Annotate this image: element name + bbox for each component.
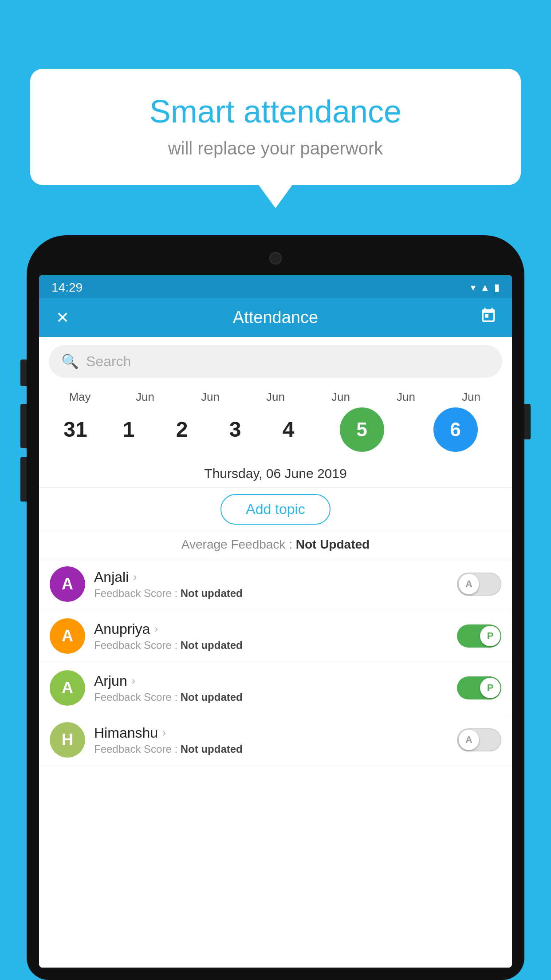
cal-date-31[interactable]: 31 bbox=[49, 417, 102, 443]
attendance-toggle[interactable]: A bbox=[457, 573, 501, 596]
chevron-right-icon: › bbox=[132, 675, 135, 687]
calendar-dates: 31 1 2 3 4 5 6 bbox=[49, 407, 502, 452]
selected-date-text: Thursday, 06 June 2019 bbox=[49, 466, 502, 481]
student-info[interactable]: Anjali › Feedback Score : Not updated bbox=[94, 569, 448, 600]
search-container: 🔍 Search bbox=[39, 337, 512, 386]
toggle-off[interactable]: A bbox=[457, 728, 501, 751]
toggle-off[interactable]: A bbox=[457, 573, 501, 596]
student-feedback: Feedback Score : Not updated bbox=[94, 743, 448, 755]
avatar: H bbox=[50, 722, 85, 758]
student-name: Arjun › bbox=[94, 673, 448, 689]
toggle-circle: P bbox=[480, 678, 500, 698]
phone-inner: 14:29 ▾ ▲ ▮ ✕ Attendance bbox=[31, 240, 520, 976]
student-name: Anjali › bbox=[94, 569, 448, 585]
cal-date-4[interactable]: 4 bbox=[262, 417, 315, 443]
student-item: A Arjun › Feedback Score : Not updated P bbox=[39, 662, 512, 714]
phone-screen: 14:29 ▾ ▲ ▮ ✕ Attendance bbox=[39, 275, 512, 968]
bubble-arrow bbox=[258, 184, 293, 208]
cal-month-0: May bbox=[53, 390, 106, 404]
avatar: A bbox=[50, 566, 85, 602]
toggle-on[interactable]: P bbox=[457, 624, 501, 648]
toggle-circle: A bbox=[459, 574, 479, 594]
attendance-toggle[interactable]: P bbox=[457, 676, 501, 699]
cal-month-4: Jun bbox=[314, 390, 367, 404]
cal-date-5-today[interactable]: 5 bbox=[340, 407, 384, 452]
student-item: A Anjali › Feedback Score : Not updated … bbox=[39, 558, 512, 610]
front-camera bbox=[269, 252, 282, 265]
notch bbox=[240, 240, 311, 270]
attendance-toggle[interactable]: P bbox=[457, 624, 501, 648]
student-feedback: Feedback Score : Not updated bbox=[94, 639, 448, 652]
speech-bubble: Smart attendance will replace your paper… bbox=[30, 69, 521, 185]
bubble-subtitle: will replace your paperwork bbox=[57, 138, 494, 158]
toggle-circle: P bbox=[480, 626, 500, 646]
add-topic-container: Add topic bbox=[39, 488, 512, 531]
search-placeholder: Search bbox=[86, 353, 131, 370]
student-item: A Anupriya › Feedback Score : Not update… bbox=[39, 610, 512, 662]
avatar: A bbox=[50, 618, 85, 654]
student-name: Anupriya › bbox=[94, 621, 448, 637]
status-bar: 14:29 ▾ ▲ ▮ bbox=[39, 275, 512, 298]
student-feedback: Feedback Score : Not updated bbox=[94, 587, 448, 600]
add-topic-button[interactable]: Add topic bbox=[220, 494, 330, 525]
cal-month-3: Jun bbox=[249, 390, 302, 404]
student-info[interactable]: Arjun › Feedback Score : Not updated bbox=[94, 673, 448, 703]
app-bar-title: Attendance bbox=[74, 308, 477, 327]
search-icon: 🔍 bbox=[61, 353, 79, 370]
student-info[interactable]: Anupriya › Feedback Score : Not updated bbox=[94, 621, 448, 652]
cal-date-2[interactable]: 2 bbox=[155, 417, 209, 443]
status-icons: ▾ ▲ ▮ bbox=[471, 282, 500, 293]
avg-feedback-label: Average Feedback : bbox=[181, 537, 296, 551]
chevron-right-icon: › bbox=[133, 571, 137, 583]
chevron-right-icon: › bbox=[154, 623, 158, 635]
power-button bbox=[524, 404, 531, 439]
phone-frame: 14:29 ▾ ▲ ▮ ✕ Attendance bbox=[27, 235, 524, 980]
mute-button bbox=[20, 360, 27, 386]
student-item: H Himanshu › Feedback Score : Not update… bbox=[39, 714, 512, 766]
cal-month-1: Jun bbox=[118, 390, 172, 404]
toggle-circle: A bbox=[459, 730, 479, 750]
cal-month-6: Jun bbox=[445, 390, 498, 404]
avg-feedback-section: Average Feedback : Not Updated bbox=[39, 531, 512, 558]
battery-icon: ▮ bbox=[494, 282, 500, 293]
app-bar: ✕ Attendance bbox=[39, 298, 512, 337]
chevron-right-icon: › bbox=[162, 727, 166, 739]
volume-down-button bbox=[20, 457, 27, 502]
cal-date-6-selected[interactable]: 6 bbox=[433, 407, 478, 452]
calendar-button[interactable] bbox=[477, 307, 500, 328]
cal-month-5: Jun bbox=[379, 390, 433, 404]
toggle-on[interactable]: P bbox=[457, 676, 501, 699]
calendar-months: May Jun Jun Jun Jun Jun Jun bbox=[49, 390, 502, 404]
speech-bubble-container: Smart attendance will replace your paper… bbox=[30, 69, 521, 185]
student-list: A Anjali › Feedback Score : Not updated … bbox=[39, 558, 512, 968]
wifi-icon: ▾ bbox=[471, 282, 476, 293]
student-feedback: Feedback Score : Not updated bbox=[94, 691, 448, 703]
student-name: Himanshu › bbox=[94, 725, 448, 741]
volume-up-button bbox=[20, 404, 27, 448]
search-bar[interactable]: 🔍 Search bbox=[49, 345, 502, 378]
date-info: Thursday, 06 June 2019 bbox=[39, 460, 512, 488]
signal-icon: ▲ bbox=[480, 282, 490, 293]
calendar-strip: May Jun Jun Jun Jun Jun Jun 31 1 2 3 4 5… bbox=[39, 386, 512, 460]
cal-date-1[interactable]: 1 bbox=[102, 417, 155, 443]
bubble-title: Smart attendance bbox=[57, 93, 494, 130]
student-info[interactable]: Himanshu › Feedback Score : Not updated bbox=[94, 725, 448, 755]
avg-feedback-value: Not Updated bbox=[296, 537, 370, 551]
cal-date-3[interactable]: 3 bbox=[209, 417, 262, 443]
cal-month-2: Jun bbox=[184, 390, 237, 404]
avatar: A bbox=[50, 670, 85, 706]
status-time: 14:29 bbox=[51, 281, 83, 295]
attendance-toggle[interactable]: A bbox=[457, 728, 501, 751]
close-button[interactable]: ✕ bbox=[51, 308, 74, 327]
